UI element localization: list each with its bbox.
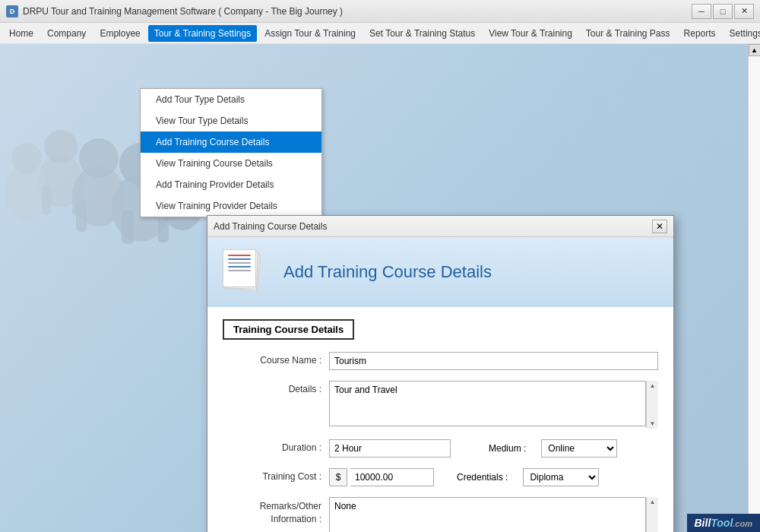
dropdown-add-training-course[interactable]: Add Training Course Details: [141, 131, 321, 153]
scroll-up-button[interactable]: ▲: [749, 44, 761, 56]
dropdown-add-tour-type[interactable]: Add Tour Type Details: [141, 89, 321, 110]
title-bar: D DRPU Tour and Training Management Soft…: [0, 0, 760, 23]
remarks-row: Remarks/OtherInformation : None ▲ ▼: [223, 497, 658, 532]
remarks-scroll-up: ▲: [648, 497, 657, 507]
modal-titlebar: Add Training Course Details ✕: [207, 216, 673, 237]
svg-rect-13: [122, 210, 134, 244]
documents-icon: [223, 249, 271, 295]
minimize-button[interactable]: ─: [692, 4, 711, 19]
maximize-button[interactable]: □: [713, 4, 733, 19]
dropdown-view-training-course[interactable]: View Training Course Details: [141, 153, 321, 174]
dropdown-menu: Add Tour Type Details View Tour Type Det…: [140, 88, 322, 217]
menu-bar: Home Company Employee Tour & Training Se…: [0, 23, 760, 44]
menu-tour-training-settings[interactable]: Tour & Training Settings: [148, 25, 257, 42]
menu-company[interactable]: Company: [41, 25, 92, 42]
modal-title: Add Training Course Details: [214, 221, 327, 232]
menu-set-tour-training-status[interactable]: Set Tour & Training Status: [363, 25, 481, 42]
modal-close-button[interactable]: ✕: [652, 220, 667, 233]
billtool-watermark: BillTool.com: [687, 514, 761, 532]
menu-view-tour-training[interactable]: View Tour & Training: [483, 25, 578, 42]
cost-input[interactable]: [350, 468, 434, 486]
dropdown-view-training-provider[interactable]: View Training Provider Details: [141, 195, 321, 217]
remarks-scrollbar: ▲ ▼: [646, 497, 658, 532]
close-button[interactable]: ✕: [734, 4, 754, 19]
details-row: Details : ▲ ▼: [223, 381, 658, 429]
menu-assign-tour-training[interactable]: Assign Tour & Training: [258, 25, 362, 42]
modal-add-training-course: Add Training Course Details ✕ A: [207, 215, 674, 532]
currency-symbol: $: [329, 468, 347, 486]
watermark-tool: Tool: [711, 517, 733, 529]
remarks-label: Remarks/OtherInformation :: [223, 497, 329, 526]
watermark-bill: Bill: [695, 517, 711, 529]
modal-header-title: Add Training Course Details: [283, 262, 492, 282]
training-cost-label: Training Cost :: [223, 468, 329, 482]
details-scroll-up: ▲: [648, 381, 657, 391]
dropdown-add-training-provider[interactable]: Add Training Provider Details: [141, 174, 321, 195]
details-scrollbar: ▲ ▼: [646, 381, 658, 429]
credentials-label: Credentials :: [457, 472, 508, 483]
menu-settings[interactable]: Settings: [724, 25, 760, 42]
title-bar-controls: ─ □ ✕: [692, 4, 754, 19]
duration-input[interactable]: [329, 439, 451, 458]
remarks-textarea[interactable]: None: [329, 497, 646, 532]
menu-tour-training-pass[interactable]: Tour & Training Pass: [580, 25, 676, 42]
course-name-input[interactable]: [329, 352, 658, 370]
app-title: DRPU Tour and Training Management Softwa…: [23, 6, 343, 17]
menu-reports[interactable]: Reports: [678, 25, 722, 42]
svg-point-7: [11, 143, 42, 173]
watermark-com: .com: [733, 519, 752, 528]
medium-label: Medium :: [489, 443, 526, 454]
dropdown-view-tour-type[interactable]: View Tour Type Details: [141, 110, 321, 131]
app-icon: D: [6, 5, 18, 17]
details-textarea-wrapper: ▲ ▼: [329, 381, 658, 429]
details-label: Details :: [223, 381, 329, 394]
credentials-select[interactable]: Diploma Certificate Degree None: [523, 468, 599, 486]
menu-employee[interactable]: Employee: [93, 25, 146, 42]
duration-label: Duration :: [223, 439, 329, 453]
section-title: Training Course Details: [223, 319, 354, 340]
duration-medium-control: Medium : Online Offline Hybrid: [329, 439, 658, 458]
cost-credentials-control: $ Credentials : Diploma Certificate Degr…: [329, 468, 658, 486]
right-scrollbar: ▲ ▼: [748, 44, 760, 532]
scroll-track: [749, 56, 761, 520]
details-scroll-down: ▼: [648, 419, 657, 429]
medium-select[interactable]: Online Offline Hybrid: [541, 439, 617, 458]
modal-content: Training Course Details Course Name : De…: [207, 307, 673, 532]
svg-rect-10: [42, 185, 51, 215]
svg-point-3: [79, 138, 119, 178]
course-name-control: [329, 352, 658, 370]
cost-group: $: [329, 468, 434, 486]
main-area: ▲ ▼ Add Tour Type Details View Tour Type…: [0, 44, 760, 532]
course-name-label: Course Name :: [223, 352, 329, 366]
cost-credentials-row: Training Cost : $ Credentials : Diploma …: [223, 468, 658, 486]
course-name-row: Course Name :: [223, 352, 658, 370]
remarks-textarea-wrapper: None ▲ ▼: [329, 497, 658, 532]
modal-header: Add Training Course Details: [207, 237, 673, 307]
svg-point-1: [44, 130, 78, 163]
details-textarea[interactable]: [329, 381, 646, 426]
menu-home[interactable]: Home: [3, 25, 40, 42]
svg-rect-12: [76, 200, 87, 232]
duration-medium-row: Duration : Medium : Online Offline Hybri…: [223, 439, 658, 458]
